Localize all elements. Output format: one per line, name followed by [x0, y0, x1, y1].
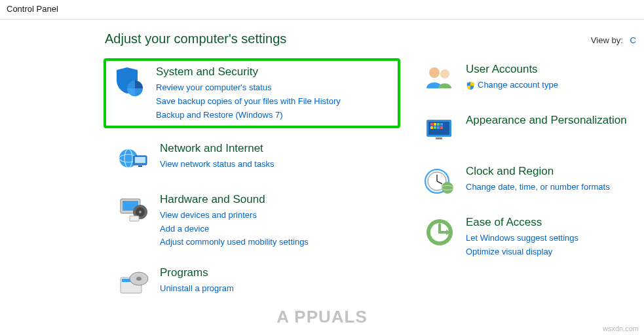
svg-rect-28 [440, 126, 443, 129]
programs-icon [117, 266, 151, 300]
hardware-icon [117, 192, 151, 226]
svg-rect-27 [437, 126, 440, 129]
category-text: System and Security Review your computer… [156, 65, 341, 122]
category-text: Clock and Region Change date, time, or n… [466, 164, 610, 194]
category-title[interactable]: Clock and Region [466, 164, 610, 179]
uac-shield-icon [466, 81, 475, 90]
category-title[interactable]: User Accounts [466, 62, 558, 77]
view-by-label: View by: [591, 35, 623, 45]
category-title[interactable]: Programs [160, 266, 234, 280]
svg-rect-24 [440, 123, 443, 126]
page-title: Adjust your computer's settings [105, 31, 286, 46]
svg-rect-12 [130, 216, 139, 221]
category-link[interactable]: Uninstall a program [160, 283, 234, 295]
category-text: Appearance and Personalization [466, 113, 627, 129]
category-link[interactable]: Review your computer's status [156, 82, 341, 94]
svg-rect-29 [436, 137, 442, 139]
category-text: User Accounts Change account type [466, 62, 558, 92]
users-icon [423, 62, 457, 96]
category-link[interactable]: View devices and printers [160, 209, 309, 222]
category-link[interactable]: Let Windows suggest settings [466, 232, 578, 245]
category-appearance[interactable]: Appearance and Personalization [417, 109, 640, 151]
category-programs[interactable]: Programs Uninstall a program [111, 262, 396, 304]
category-text: Ease of Access Let Windows suggest setti… [466, 215, 578, 258]
category-link[interactable]: Adjust commonly used mobility settings [160, 236, 309, 249]
category-title[interactable]: Network and Internet [160, 141, 275, 156]
svg-point-11 [139, 211, 142, 213]
categories-grid: System and Security Review your computer… [0, 58, 644, 304]
view-by-value[interactable]: C [630, 35, 636, 45]
svg-rect-5 [135, 157, 145, 163]
category-title[interactable]: Hardware and Sound [160, 192, 309, 207]
category-text: Hardware and Sound View devices and prin… [160, 192, 309, 249]
category-network-internet[interactable]: Network and Internet View network status… [111, 137, 396, 179]
category-clock-region[interactable]: Clock and Region Change date, time, or n… [417, 160, 640, 202]
left-column: System and Security Review your computer… [111, 58, 396, 304]
category-link[interactable]: Save backup copies of your files with Fi… [156, 96, 341, 108]
category-text: Network and Internet View network status… [160, 141, 275, 171]
svg-rect-22 [434, 123, 436, 126]
category-title[interactable]: Ease of Access [466, 215, 578, 230]
ease-of-access-icon [423, 215, 457, 249]
svg-point-18 [440, 69, 449, 79]
svg-rect-21 [430, 123, 433, 126]
svg-rect-6 [138, 166, 142, 167]
category-link[interactable]: Change date, time, or number formats [466, 181, 610, 194]
right-column: User Accounts Change account type [417, 58, 640, 304]
category-link[interactable]: Backup and Restore (Windows 7) [156, 109, 341, 122]
appearance-icon [423, 113, 457, 147]
svg-point-17 [429, 67, 440, 78]
svg-rect-26 [434, 126, 436, 129]
network-icon [117, 141, 151, 175]
clock-icon [423, 164, 457, 198]
category-link[interactable]: Optimize visual display [466, 246, 578, 258]
svg-point-16 [136, 277, 142, 281]
category-title[interactable]: Appearance and Personalization [466, 113, 627, 128]
header-row: Adjust your computer's settings View by:… [0, 31, 644, 58]
category-system-security[interactable]: System and Security Review your computer… [104, 58, 400, 128]
category-hardware-sound[interactable]: Hardware and Sound View devices and prin… [111, 188, 396, 253]
content-area: Adjust your computer's settings View by:… [0, 20, 644, 304]
category-link[interactable]: View network status and tasks [160, 158, 275, 171]
category-text: Programs Uninstall a program [160, 266, 234, 295]
svg-rect-23 [437, 123, 440, 126]
shield-icon [113, 65, 147, 99]
window-title: Control Panel [0, 0, 644, 20]
svg-point-34 [442, 182, 453, 194]
view-by-control[interactable]: View by: C [591, 35, 637, 45]
category-user-accounts[interactable]: User Accounts Change account type [417, 58, 640, 100]
category-ease-of-access[interactable]: Ease of Access Let Windows suggest setti… [417, 211, 640, 262]
category-title[interactable]: System and Security [156, 65, 341, 79]
watermark-right: wsxdn.com [603, 325, 639, 332]
watermark-center: A PPUALS [276, 307, 368, 327]
svg-rect-25 [430, 126, 433, 129]
category-link[interactable]: Add a device [160, 223, 309, 236]
category-link[interactable]: Change account type [478, 79, 558, 92]
